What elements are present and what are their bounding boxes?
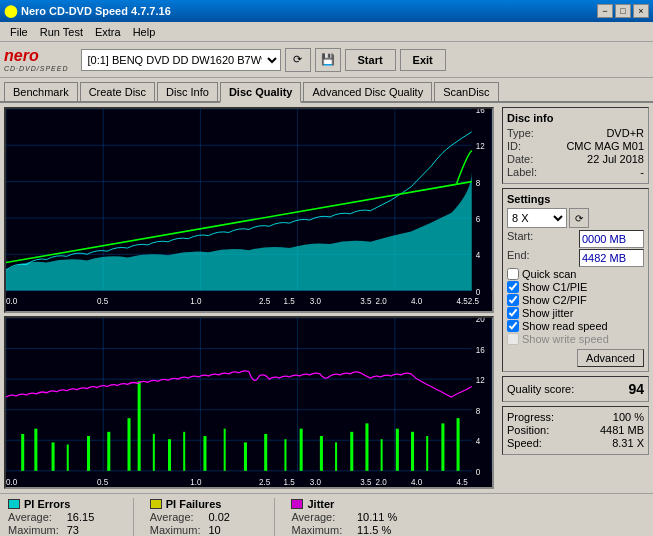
- disc-date-value: 22 Jul 2018: [587, 153, 644, 165]
- progress-label: Progress:: [507, 411, 554, 423]
- svg-rect-51: [34, 429, 37, 471]
- menu-extra[interactable]: Extra: [89, 24, 127, 40]
- disc-id-label: ID:: [507, 140, 521, 152]
- advanced-button[interactable]: Advanced: [577, 349, 644, 367]
- start-row: Start:: [507, 230, 644, 248]
- svg-text:3.5: 3.5: [360, 478, 372, 487]
- right-panel: Disc info Type: DVD+R ID: CMC MAG M01 Da…: [498, 103, 653, 493]
- menu-help[interactable]: Help: [127, 24, 162, 40]
- title-bar-left: ⬤ Nero CD-DVD Speed 4.7.7.16: [4, 4, 171, 18]
- pi-failures-max-row: Maximum: 10: [150, 524, 259, 536]
- bottom-chart-svg: 20 16 12 8 4 0 10 8 6 4 2 0 0.0 0.5 1.0 …: [6, 318, 492, 487]
- main-content: 16 12 8 6 4 0 100 80 60 40 20 0 0.0 0.5 …: [0, 103, 653, 493]
- tab-benchmark[interactable]: Benchmark: [4, 82, 78, 101]
- end-input[interactable]: [579, 249, 644, 267]
- show-write-speed-label: Show write speed: [522, 333, 609, 345]
- show-c2pif-checkbox[interactable]: [507, 294, 519, 306]
- top-chart-svg: 16 12 8 6 4 0 100 80 60 40 20 0 0.0 0.5 …: [6, 109, 492, 311]
- pi-failures-label: PI Failures: [166, 498, 222, 510]
- exit-button[interactable]: Exit: [400, 49, 446, 71]
- pi-errors-avg-label: Average:: [8, 511, 52, 523]
- svg-rect-37: [6, 318, 492, 487]
- show-jitter-label: Show jitter: [522, 307, 573, 319]
- pi-failures-avg-value: 0.02: [208, 511, 258, 523]
- disc-type-value: DVD+R: [606, 127, 644, 139]
- settings-panel: Settings 8 X 4 X 16 X ⟳ Start: End: Quic…: [502, 188, 649, 372]
- svg-text:12: 12: [476, 142, 485, 151]
- logo-nero: nero: [4, 47, 39, 65]
- position-value: 4481 MB: [600, 424, 644, 436]
- svg-text:4: 4: [476, 251, 481, 260]
- show-write-speed-checkbox[interactable]: [507, 333, 519, 345]
- svg-text:0.0: 0.0: [6, 297, 18, 306]
- quality-score-panel: Quality score: 94: [502, 376, 649, 402]
- svg-rect-54: [87, 436, 90, 471]
- svg-rect-57: [138, 382, 141, 472]
- speed-select[interactable]: 8 X 4 X 16 X: [507, 208, 567, 228]
- svg-text:3.0: 3.0: [310, 478, 322, 487]
- svg-text:12: 12: [476, 377, 485, 386]
- svg-text:16: 16: [476, 346, 485, 355]
- tab-create-disc[interactable]: Create Disc: [80, 82, 155, 101]
- start-button[interactable]: Start: [345, 49, 396, 71]
- toolbar: nero CD·DVD/SPEED [0:1] BENQ DVD DD DW16…: [0, 42, 653, 78]
- speed-display-row: Speed: 8.31 X: [507, 437, 644, 449]
- pi-failures-avg-label: Average:: [150, 511, 194, 523]
- pi-errors-avg-row: Average: 16.15: [8, 511, 117, 523]
- save-icon-button[interactable]: 💾: [315, 48, 341, 72]
- jitter-max-label: Maximum:: [291, 524, 342, 536]
- svg-text:0.5: 0.5: [97, 478, 109, 487]
- pi-errors-avg-value: 16.15: [67, 511, 117, 523]
- minimize-button[interactable]: −: [597, 4, 613, 18]
- svg-text:16: 16: [476, 109, 485, 115]
- show-c1pie-row: Show C1/PIE: [507, 281, 644, 293]
- disc-date-row: Date: 22 Jul 2018: [507, 153, 644, 165]
- svg-text:0.0: 0.0: [6, 478, 18, 487]
- tab-scan-disc[interactable]: ScanDisc: [434, 82, 498, 101]
- show-jitter-checkbox[interactable]: [507, 307, 519, 319]
- menu-bar: File Run Test Extra Help: [0, 22, 653, 42]
- title-bar: ⬤ Nero CD-DVD Speed 4.7.7.16 − □ ×: [0, 0, 653, 22]
- tab-disc-quality[interactable]: Disc Quality: [220, 82, 302, 103]
- svg-rect-60: [183, 432, 185, 471]
- tab-disc-info[interactable]: Disc Info: [157, 82, 218, 101]
- jitter-header: Jitter: [291, 498, 406, 510]
- pi-errors-label: PI Errors: [24, 498, 70, 510]
- pi-failures-header: PI Failures: [150, 498, 259, 510]
- menu-file[interactable]: File: [4, 24, 34, 40]
- jitter-avg-row: Average: 10.11 %: [291, 511, 406, 523]
- pi-errors-color-box: [8, 499, 20, 509]
- speed-refresh-icon[interactable]: ⟳: [569, 208, 589, 228]
- disc-label-label: Label:: [507, 166, 537, 178]
- show-c1pie-checkbox[interactable]: [507, 281, 519, 293]
- pi-errors-max-label: Maximum:: [8, 524, 59, 536]
- show-jitter-row: Show jitter: [507, 307, 644, 319]
- svg-rect-64: [264, 434, 267, 471]
- svg-text:1.0: 1.0: [190, 297, 202, 306]
- menu-run-test[interactable]: Run Test: [34, 24, 89, 40]
- show-c1pie-label: Show C1/PIE: [522, 281, 587, 293]
- svg-text:2.0: 2.0: [376, 478, 388, 487]
- pi-failures-color-box: [150, 499, 162, 509]
- drive-select[interactable]: [0:1] BENQ DVD DD DW1620 B7W9: [81, 49, 281, 71]
- svg-rect-73: [411, 432, 414, 471]
- svg-rect-75: [441, 424, 444, 471]
- app-icon: ⬤: [4, 4, 17, 18]
- position-row: Position: 4481 MB: [507, 424, 644, 436]
- svg-text:0: 0: [476, 468, 481, 477]
- svg-rect-53: [67, 445, 69, 471]
- quick-scan-checkbox[interactable]: [507, 268, 519, 280]
- start-label: Start:: [507, 230, 533, 248]
- show-read-speed-checkbox[interactable]: [507, 320, 519, 332]
- start-input[interactable]: [579, 230, 644, 248]
- maximize-button[interactable]: □: [615, 4, 631, 18]
- svg-text:20: 20: [476, 318, 485, 324]
- settings-title: Settings: [507, 193, 644, 205]
- disc-label-row: Label: -: [507, 166, 644, 178]
- pi-failures-group: PI Failures Average: 0.02 Maximum: 10 To…: [150, 498, 259, 536]
- title-bar-controls: − □ ×: [597, 4, 649, 18]
- tab-advanced-disc-quality[interactable]: Advanced Disc Quality: [303, 82, 432, 101]
- refresh-icon-button[interactable]: ⟳: [285, 48, 311, 72]
- pi-errors-max-value: 73: [67, 524, 117, 536]
- close-button[interactable]: ×: [633, 4, 649, 18]
